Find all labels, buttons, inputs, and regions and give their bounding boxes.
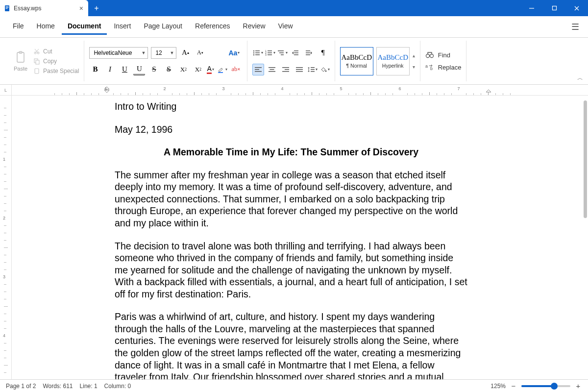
shading-button[interactable]: ▾ bbox=[319, 64, 330, 75]
svg-rect-1 bbox=[6, 6, 9, 7]
menu-insert[interactable]: Insert bbox=[108, 19, 137, 35]
double-strikethrough-button[interactable]: S bbox=[163, 64, 174, 75]
underline-button[interactable]: U bbox=[119, 64, 130, 75]
status-column: Column: 0 bbox=[104, 383, 131, 390]
font-size-combo[interactable]: 12▼ bbox=[151, 47, 176, 59]
svg-point-57 bbox=[426, 54, 429, 58]
clipboard-icon bbox=[15, 51, 26, 64]
right-indent-marker-icon[interactable] bbox=[486, 89, 491, 93]
justify-button[interactable] bbox=[294, 64, 305, 75]
svg-rect-18 bbox=[218, 72, 223, 73]
chevron-down-icon: ▾ bbox=[273, 50, 275, 55]
align-center-button[interactable] bbox=[266, 64, 278, 75]
replace-button[interactable]: ab Replace bbox=[425, 64, 462, 71]
svg-rect-2 bbox=[6, 7, 9, 8]
svg-rect-42 bbox=[255, 71, 262, 72]
close-window-button[interactable] bbox=[565, 0, 588, 16]
font-name-combo[interactable]: HelveticaNeue▼ bbox=[89, 47, 148, 59]
vertical-ruler[interactable]: 1234 bbox=[0, 96, 12, 379]
hamburger-icon[interactable]: ☰ bbox=[569, 20, 581, 34]
status-page[interactable]: Page 1 of 2 bbox=[6, 383, 36, 390]
menu-document[interactable]: Document bbox=[62, 19, 107, 35]
style-normal[interactable]: AaBbCcD ¶ Normal bbox=[340, 47, 373, 75]
grow-font-button[interactable]: A▴ bbox=[179, 47, 191, 59]
paste-label: Paste bbox=[14, 66, 27, 72]
document-tab[interactable]: Essay.wps × bbox=[0, 0, 88, 16]
increase-indent-button[interactable] bbox=[303, 47, 315, 59]
tab-close-icon[interactable]: × bbox=[79, 4, 83, 12]
statusbar: Page 1 of 2 Words: 611 Line: 1 Column: 0… bbox=[0, 379, 588, 392]
zoom-slider[interactable] bbox=[521, 385, 570, 387]
zoom-value[interactable]: 125% bbox=[490, 383, 506, 390]
superscript-button[interactable]: X2 bbox=[177, 64, 189, 75]
line-spacing-button[interactable]: ▾ bbox=[307, 64, 318, 75]
svg-point-23 bbox=[253, 54, 254, 55]
horizontal-ruler[interactable]: L 1234567 bbox=[0, 85, 588, 96]
styles-up-icon[interactable]: ▴ bbox=[413, 53, 415, 58]
document-viewport[interactable]: Intro to Writing May 12, 1996 A Memorabl… bbox=[12, 96, 588, 379]
zoom-out-button[interactable]: − bbox=[510, 382, 517, 390]
menu-file[interactable]: File bbox=[7, 19, 30, 35]
paste-special-button[interactable]: Paste Special bbox=[33, 68, 79, 74]
status-words[interactable]: Words: 611 bbox=[43, 383, 73, 390]
chevron-down-icon: ▾ bbox=[261, 50, 263, 55]
double-underline-button[interactable]: U bbox=[133, 64, 145, 75]
paste-button[interactable]: Paste bbox=[10, 41, 31, 81]
menu-review[interactable]: Review bbox=[237, 19, 271, 35]
svg-rect-40 bbox=[255, 67, 262, 68]
new-tab-button[interactable]: + bbox=[88, 0, 105, 16]
font-color-button[interactable]: A▾ bbox=[207, 65, 214, 74]
svg-rect-43 bbox=[269, 67, 275, 68]
svg-rect-24 bbox=[255, 54, 260, 55]
chevron-down-icon: ▾ bbox=[286, 50, 288, 55]
zoom-thumb[interactable] bbox=[551, 383, 558, 390]
menu-view[interactable]: View bbox=[272, 19, 299, 35]
menu-home[interactable]: Home bbox=[31, 19, 61, 35]
svg-point-19 bbox=[253, 50, 254, 51]
chevron-down-icon: ▾ bbox=[328, 67, 330, 72]
replace-icon: ab bbox=[425, 64, 434, 71]
multilevel-list-button[interactable]: ▾ bbox=[277, 47, 288, 59]
copy-button[interactable]: Copy bbox=[33, 58, 79, 65]
change-case-button[interactable]: Aa▾ bbox=[228, 49, 240, 57]
bullet-list-button[interactable]: ▾ bbox=[253, 47, 263, 59]
line-spacing-icon bbox=[307, 66, 315, 73]
highlight-button[interactable]: ▾ bbox=[217, 66, 227, 74]
minimize-button[interactable] bbox=[520, 0, 543, 16]
svg-rect-30 bbox=[268, 54, 272, 55]
vertical-scrollbar[interactable] bbox=[584, 100, 587, 218]
styles-down-icon[interactable]: ▾ bbox=[413, 64, 415, 70]
svg-point-58 bbox=[430, 54, 433, 58]
styles-scroll: ▴ ▾ bbox=[413, 53, 415, 70]
zoom-in-button[interactable]: + bbox=[574, 382, 582, 390]
decrease-indent-button[interactable] bbox=[290, 47, 301, 59]
scissors-icon bbox=[33, 48, 40, 55]
align-left-button[interactable] bbox=[252, 64, 264, 75]
svg-rect-35 bbox=[294, 52, 298, 53]
maximize-button[interactable] bbox=[543, 0, 565, 16]
menu-references[interactable]: References bbox=[189, 19, 236, 35]
align-right-button[interactable] bbox=[280, 64, 292, 75]
pilcrow-button[interactable]: ¶ bbox=[317, 47, 329, 59]
collapse-ribbon-icon[interactable]: ︿ bbox=[577, 74, 583, 82]
doc-header-course: Intro to Writing bbox=[115, 100, 467, 113]
svg-rect-53 bbox=[311, 67, 315, 68]
highlighter-icon bbox=[217, 66, 225, 74]
italic-button[interactable]: I bbox=[104, 64, 116, 75]
numbered-list-button[interactable]: 123▾ bbox=[265, 47, 275, 59]
bold-button[interactable]: B bbox=[89, 64, 101, 75]
cut-button[interactable]: Cut bbox=[33, 48, 79, 55]
shrink-font-button[interactable]: A▾ bbox=[194, 47, 206, 59]
tab-title: Essay.wps bbox=[14, 5, 41, 12]
svg-rect-5 bbox=[552, 6, 556, 10]
doc-paragraph: The decision to travel alone was both th… bbox=[115, 240, 467, 300]
find-button[interactable]: Find bbox=[425, 51, 450, 59]
clear-formatting-button[interactable]: ab✕ bbox=[230, 64, 242, 75]
font-group: HelveticaNeue▼ 12▼ A▴ A▾ Aa▾ B I U U S S… bbox=[84, 41, 247, 81]
svg-rect-55 bbox=[311, 71, 315, 72]
strikethrough-button[interactable]: S bbox=[148, 64, 160, 75]
subscript-button[interactable]: X2 bbox=[192, 64, 204, 75]
menu-page-layout[interactable]: Page Layout bbox=[138, 19, 188, 35]
page-content[interactable]: Intro to Writing May 12, 1996 A Memorabl… bbox=[41, 96, 541, 379]
style-hyperlink[interactable]: AaBbCcD Hyperlink bbox=[376, 47, 410, 75]
